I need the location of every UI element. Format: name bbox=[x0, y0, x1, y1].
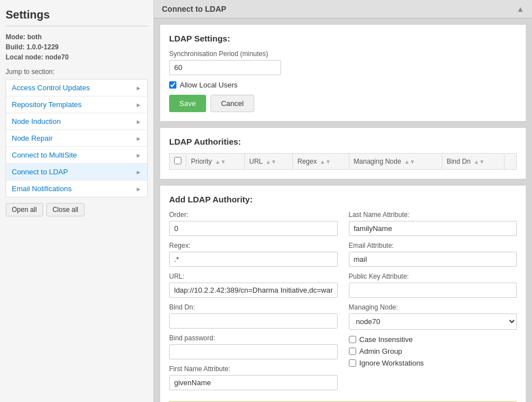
allow-local-users-label: Allow Local Users bbox=[180, 81, 237, 89]
managing-node-group: Managing Node: node70 bbox=[349, 303, 517, 330]
case-insensitive-checkbox[interactable] bbox=[349, 336, 356, 343]
first-name-attr-group: First Name Attribute: bbox=[169, 365, 338, 390]
email-attr-input[interactable] bbox=[349, 252, 517, 267]
open-all-button[interactable]: Open all bbox=[6, 203, 43, 216]
admin-group-row: Admin Group bbox=[349, 347, 517, 355]
th-regex: Regex ▲▼ bbox=[293, 154, 349, 170]
ignore-workstations-label: Ignore Workstations bbox=[360, 359, 424, 367]
last-name-attr-input[interactable] bbox=[349, 221, 517, 236]
allow-local-users-checkbox[interactable] bbox=[169, 81, 176, 89]
local-node-info: Local node: node70 bbox=[6, 53, 148, 61]
bind-password-label: Bind password: bbox=[169, 334, 338, 342]
sidebar-item-access-control-updates[interactable]: Access Control Updates ► bbox=[6, 80, 147, 96]
sort-icon: ▲▼ bbox=[474, 159, 485, 165]
managing-node-select[interactable]: node70 bbox=[349, 313, 517, 330]
bind-password-group: Bind password: bbox=[169, 334, 338, 359]
th-managing-node: Managing Node ▲▼ bbox=[349, 154, 442, 170]
chevron-right-icon: ► bbox=[136, 135, 142, 142]
sidebar-action-buttons: Open all Close all bbox=[6, 203, 148, 216]
managing-node-label: Managing Node: bbox=[349, 303, 517, 311]
ignore-workstations-checkbox[interactable] bbox=[349, 359, 356, 367]
chevron-right-icon: ► bbox=[136, 85, 142, 91]
cancel-button[interactable]: Cancel bbox=[211, 95, 254, 112]
url-group: URL: bbox=[169, 272, 338, 298]
sidebar-item-repository-templates[interactable]: Repository Templates ► bbox=[6, 96, 147, 113]
order-input[interactable] bbox=[169, 221, 338, 236]
form-left-col: Order: Regex: URL: Bind Dn: bbox=[169, 211, 338, 396]
last-name-attr-label: Last Name Attribute: bbox=[349, 211, 517, 219]
ldap-settings-title: LDAP Settings: bbox=[169, 34, 517, 43]
case-insensitive-label: Case Insensitive bbox=[360, 335, 413, 344]
ldap-authorities-title: LDAP Authorities: bbox=[169, 137, 517, 146]
chevron-right-icon: ► bbox=[136, 101, 142, 108]
th-priority: Priority ▲▼ bbox=[186, 154, 245, 170]
panel-header: Connect to LDAP ▲ bbox=[154, 0, 532, 19]
sort-icon: ▲▼ bbox=[265, 159, 277, 165]
add-ldap-authority-title: Add LDAP Authority: bbox=[169, 195, 517, 204]
sync-period-group: Synchronisation Period (minutes) bbox=[169, 50, 517, 75]
order-label: Order: bbox=[169, 211, 338, 219]
admin-group-label: Admin Group bbox=[360, 347, 403, 355]
ignore-workstations-row: Ignore Workstations bbox=[349, 359, 517, 367]
build-info: Build: 1.0.0-1229 bbox=[6, 43, 148, 51]
bind-password-input[interactable] bbox=[169, 344, 338, 359]
th-actions bbox=[504, 154, 516, 170]
bind-dn-group: Bind Dn: bbox=[169, 303, 338, 329]
settings-title: Settings bbox=[6, 8, 148, 26]
main-content: Connect to LDAP ▲ LDAP Settings: Synchro… bbox=[154, 0, 532, 402]
sidebar: Settings Mode: both Build: 1.0.0-1229 Lo… bbox=[0, 0, 154, 402]
bind-dn-label: Bind Dn: bbox=[169, 303, 338, 311]
th-bind-dn: Bind Dn ▲▼ bbox=[442, 154, 504, 170]
ldap-authorities-section: LDAP Authorities: Priority ▲▼ URL ▲▼ bbox=[160, 127, 526, 179]
order-group: Order: bbox=[169, 211, 338, 236]
sidebar-item-connect-to-ldap[interactable]: Connect to LDAP ► bbox=[6, 164, 147, 181]
chevron-right-icon: ► bbox=[136, 186, 142, 192]
sort-icon: ▲▼ bbox=[404, 159, 416, 165]
th-checkbox bbox=[170, 154, 186, 170]
sync-period-input[interactable] bbox=[169, 60, 281, 75]
email-attr-label: Email Attribute: bbox=[349, 242, 517, 249]
close-all-button[interactable]: Close all bbox=[46, 203, 85, 216]
case-insensitive-row: Case Insensitive bbox=[349, 335, 517, 344]
allow-local-users-row: Allow Local Users bbox=[169, 81, 517, 89]
ldap-authorities-table: Priority ▲▼ URL ▲▼ Regex ▲▼ Managing N bbox=[169, 153, 517, 170]
sidebar-navigation: Access Control Updates ► Repository Temp… bbox=[6, 79, 148, 197]
sort-icon: ▲▼ bbox=[320, 159, 331, 165]
admin-group-checkbox[interactable] bbox=[349, 348, 356, 355]
regex-label: Regex: bbox=[169, 242, 338, 249]
last-name-attr-group: Last Name Attribute: bbox=[349, 211, 517, 236]
form-right-col: Last Name Attribute: Email Attribute: Pu… bbox=[349, 211, 517, 396]
regex-input[interactable] bbox=[169, 252, 338, 267]
ldap-settings-actions: Save Cancel bbox=[169, 95, 517, 112]
add-ldap-form: Order: Regex: URL: Bind Dn: bbox=[169, 211, 517, 396]
th-url: URL ▲▼ bbox=[245, 154, 293, 170]
sort-icon: ▲▼ bbox=[215, 159, 226, 165]
public-key-group: Public Key Attribute: bbox=[349, 272, 517, 298]
sidebar-item-connect-to-multisite[interactable]: Connect to MultiSite ► bbox=[6, 147, 147, 164]
sidebar-item-email-notifications[interactable]: Email Notifications ► bbox=[6, 181, 147, 197]
regex-group: Regex: bbox=[169, 242, 338, 267]
public-key-input[interactable] bbox=[349, 283, 517, 298]
panel-collapse-icon[interactable]: ▲ bbox=[516, 4, 524, 13]
select-all-checkbox[interactable] bbox=[174, 157, 181, 164]
url-input[interactable] bbox=[169, 283, 338, 298]
jump-to-section-label: Jump to section: bbox=[6, 68, 148, 76]
chevron-right-icon: ► bbox=[136, 118, 142, 125]
url-label: URL: bbox=[169, 272, 338, 280]
save-button[interactable]: Save bbox=[169, 95, 206, 112]
bind-dn-input[interactable] bbox=[169, 313, 338, 329]
ldap-settings-section: LDAP Settings: Synchronisation Period (m… bbox=[160, 24, 526, 122]
sync-period-label: Synchronisation Period (minutes) bbox=[169, 50, 517, 58]
sidebar-item-node-induction[interactable]: Node Induction ► bbox=[6, 113, 147, 130]
sidebar-item-node-repair[interactable]: Node Repair ► bbox=[6, 130, 147, 147]
add-ldap-authority-section: Add LDAP Authority: Order: Regex: URL: bbox=[160, 185, 526, 402]
panel-title: Connect to LDAP bbox=[162, 4, 226, 13]
first-name-attr-input[interactable] bbox=[169, 375, 338, 390]
first-name-attr-label: First Name Attribute: bbox=[169, 365, 338, 373]
email-attr-group: Email Attribute: bbox=[349, 242, 517, 267]
mode-info: Mode: both bbox=[6, 33, 148, 41]
chevron-right-icon: ► bbox=[136, 152, 142, 159]
chevron-right-icon: ► bbox=[136, 169, 142, 175]
public-key-label: Public Key Attribute: bbox=[349, 272, 517, 280]
